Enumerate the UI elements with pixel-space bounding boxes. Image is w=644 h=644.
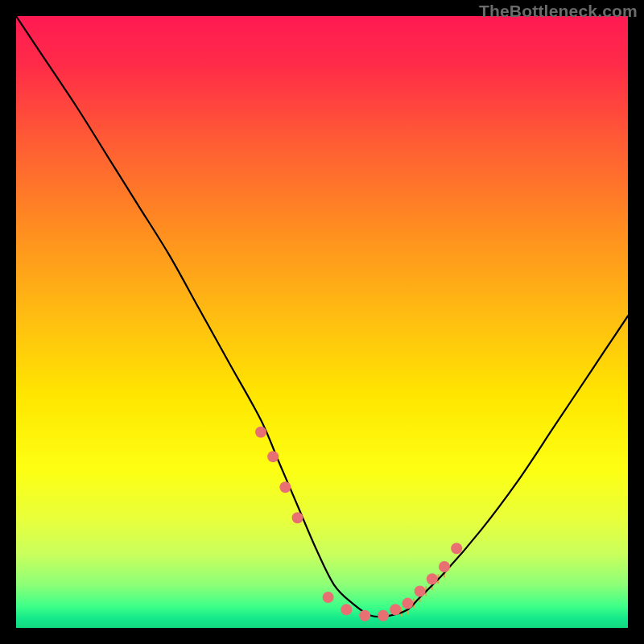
highlight-dot <box>415 585 426 597</box>
highlight-dot <box>255 427 266 438</box>
highlight-dot <box>378 610 389 621</box>
chart-frame: TheBottleneck.com <box>0 0 644 644</box>
highlight-dot <box>323 592 334 603</box>
highlight-dot <box>359 610 370 621</box>
highlight-dot <box>427 573 438 584</box>
highlight-dots-group <box>255 427 462 621</box>
watermark-label: TheBottleneck.com <box>479 2 638 21</box>
plot-area <box>16 16 628 628</box>
bottleneck-curve <box>16 16 628 617</box>
highlight-dot <box>341 604 352 615</box>
highlight-dot <box>292 512 303 523</box>
chart-overlay <box>16 16 628 628</box>
highlight-dot <box>390 604 401 615</box>
highlight-dot <box>439 561 450 572</box>
highlight-dot <box>451 543 462 554</box>
highlight-dot <box>402 598 413 609</box>
highlight-dot <box>267 451 279 462</box>
highlight-dot <box>279 481 291 493</box>
